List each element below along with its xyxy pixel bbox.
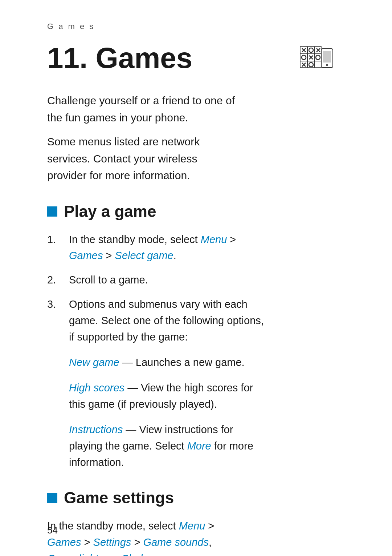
item-content-1: In the standby mode, select Menu > Games… [69, 231, 265, 264]
high-scores-dash: — [124, 382, 141, 394]
section2: Game settings In the standby mode, selec… [47, 489, 363, 556]
list-item: 1. In the standby mode, select Menu > Ga… [47, 231, 363, 264]
play-game-list: 1. In the standby mode, select Menu > Ga… [47, 231, 363, 346]
more-link: More [187, 440, 211, 452]
item-number-3: 3. [47, 296, 69, 345]
section2-square [47, 493, 57, 503]
game-settings-text: In the standby mode, select Menu > Games… [47, 518, 243, 556]
new-game-link: New game [69, 356, 119, 368]
item-number-1: 1. [47, 231, 69, 264]
svg-point-19 [326, 64, 328, 66]
shakes-link: Shakes [122, 553, 157, 556]
svg-rect-18 [323, 51, 331, 63]
page-number: 54 [47, 525, 58, 536]
list-item: 2. Scroll to a game. [47, 272, 363, 288]
intro-paragraph2: Some menus listed are network services. … [47, 133, 236, 184]
section2-title: Game settings [64, 489, 174, 507]
new-game-option: New game — Launches a new game. [69, 354, 265, 371]
chapter-title: 11. Games [47, 42, 192, 74]
menu-link: Menu [201, 234, 227, 245]
instructions-option: Instructions — View instructions for pla… [69, 422, 265, 471]
item-number-2: 2. [47, 272, 69, 288]
instructions-link: Instructions [69, 424, 123, 435]
intro-paragraph1: Challenge yourself or a friend to one of… [47, 92, 236, 126]
settings-games-link: Games [47, 536, 81, 548]
high-scores-option: High scores — View the high scores for t… [69, 380, 265, 412]
game-icon-container [299, 46, 334, 73]
select-game-link: Select game [115, 250, 173, 261]
game-sounds-link: Game sounds [143, 536, 209, 548]
breadcrumb: G a m e s [47, 22, 363, 31]
new-game-dash: — [119, 356, 136, 368]
new-game-desc: Launches a new game. [136, 356, 245, 368]
section1-heading: Play a game [47, 202, 363, 221]
section1-square [47, 206, 57, 217]
sub-options: New game — Launches a new game. High sco… [69, 354, 363, 471]
settings-menu-link: Menu [179, 520, 205, 532]
settings-settings-link: Settings [93, 536, 131, 548]
section2-heading: Game settings [47, 489, 363, 507]
game-lights-link: Game lights [47, 553, 103, 556]
games-icon [299, 46, 334, 73]
games-link: Games [69, 250, 103, 261]
item-content-2: Scroll to a game. [69, 272, 265, 288]
item-content-3: Options and submenus vary with each game… [69, 296, 265, 345]
section1-title: Play a game [64, 202, 156, 221]
high-scores-link: High scores [69, 382, 124, 394]
page-header: 11. Games [47, 42, 363, 74]
chapter-name: Games [95, 42, 192, 74]
instructions-dash: — [123, 424, 139, 435]
chapter-number: 11. [47, 42, 87, 74]
list-item: 3. Options and submenus vary with each g… [47, 296, 363, 345]
